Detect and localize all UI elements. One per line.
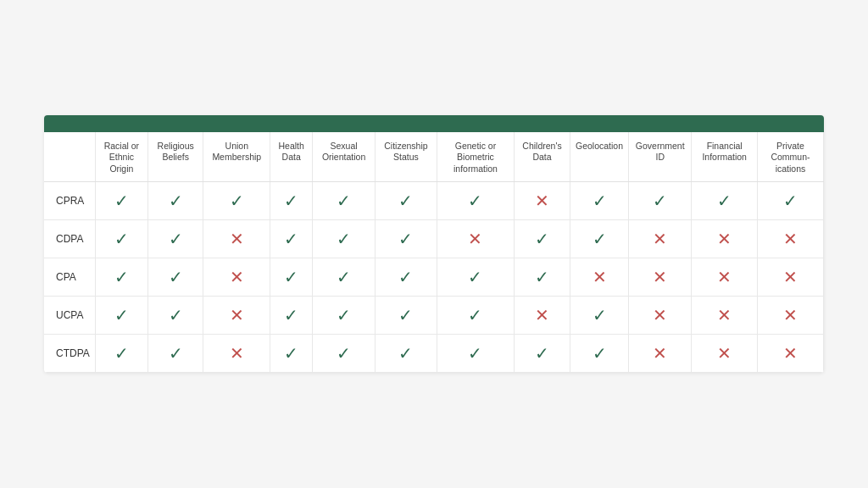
check-cell: ✓: [270, 182, 313, 220]
cross-icon: ✕: [653, 344, 667, 363]
check-cell: ✓: [95, 182, 147, 220]
cross-cell: ✕: [757, 258, 823, 297]
check-cell: ✓: [514, 335, 570, 373]
col-header-9: Government ID: [629, 132, 692, 182]
cross-cell: ✕: [437, 220, 514, 258]
check-cell: ✓: [95, 220, 147, 258]
cross-icon: ✕: [717, 230, 732, 248]
check-icon: ✓: [398, 268, 413, 286]
check-cell: ✓: [437, 297, 514, 335]
cross-cell: ✕: [629, 335, 692, 373]
check-cell: ✓: [375, 335, 437, 373]
check-cell: ✓: [375, 258, 437, 297]
check-icon: ✓: [284, 344, 298, 363]
check-icon: ✓: [653, 191, 667, 210]
check-icon: ✓: [337, 191, 351, 210]
law-column-header: [44, 132, 95, 182]
check-icon: ✓: [535, 344, 549, 363]
check-icon: ✓: [169, 268, 183, 286]
cross-cell: ✕: [757, 297, 823, 335]
col-header-6: Genetic or Biometric information: [437, 132, 514, 182]
cross-cell: ✕: [629, 297, 692, 335]
law-label: CTDPA: [44, 335, 95, 373]
check-cell: ✓: [270, 220, 313, 258]
comparison-table: Racial or Ethnic OriginReligious Beliefs…: [44, 132, 824, 374]
cross-icon: ✕: [230, 344, 244, 363]
cross-icon: ✕: [535, 191, 549, 210]
table-row: CTDPA✓✓✕✓✓✓✓✓✓✕✕✕: [44, 335, 824, 373]
check-icon: ✓: [593, 344, 607, 363]
check-cell: ✓: [375, 220, 437, 258]
table-row: CPA✓✓✕✓✓✓✓✓✕✕✕✕: [44, 258, 824, 297]
check-cell: ✓: [270, 335, 313, 373]
cross-cell: ✕: [203, 258, 270, 297]
cross-cell: ✕: [692, 220, 757, 258]
check-cell: ✓: [570, 220, 629, 258]
cross-cell: ✕: [629, 220, 692, 258]
check-icon: ✓: [535, 230, 549, 248]
check-icon: ✓: [468, 268, 482, 286]
cross-icon: ✕: [717, 344, 732, 363]
check-icon: ✓: [398, 230, 413, 248]
col-header-1: Religious Beliefs: [147, 132, 203, 182]
cross-icon: ✕: [653, 230, 667, 248]
check-cell: ✓: [692, 182, 757, 220]
check-cell: ✓: [147, 335, 203, 373]
col-header-8: Geolocation: [570, 132, 629, 182]
check-icon: ✓: [337, 306, 351, 324]
check-cell: ✓: [437, 335, 514, 373]
check-icon: ✓: [783, 191, 798, 210]
law-label: CPRA: [44, 182, 95, 220]
col-header-3: Health Data: [270, 132, 313, 182]
check-icon: ✓: [114, 344, 129, 363]
check-icon: ✓: [468, 191, 482, 210]
check-icon: ✓: [114, 268, 129, 286]
check-cell: ✓: [629, 182, 692, 220]
check-icon: ✓: [468, 344, 482, 363]
cross-icon: ✕: [653, 268, 667, 286]
cross-cell: ✕: [692, 335, 757, 373]
check-cell: ✓: [375, 297, 437, 335]
check-icon: ✓: [230, 191, 244, 210]
check-icon: ✓: [169, 344, 183, 363]
check-icon: ✓: [114, 306, 129, 324]
table-container: Racial or Ethnic OriginReligious Beliefs…: [44, 115, 824, 374]
check-cell: ✓: [570, 182, 629, 220]
cross-cell: ✕: [692, 258, 757, 297]
check-icon: ✓: [169, 191, 183, 210]
check-cell: ✓: [757, 182, 823, 220]
table-body: CPRA✓✓✓✓✓✓✓✕✓✓✓✓CDPA✓✓✕✓✓✓✕✓✓✕✕✕CPA✓✓✕✓✓…: [44, 182, 824, 373]
col-header-10: Financial Information: [692, 132, 757, 182]
check-cell: ✓: [514, 220, 570, 258]
check-cell: ✓: [514, 258, 570, 297]
check-icon: ✓: [593, 306, 607, 324]
check-icon: ✓: [398, 306, 413, 324]
check-icon: ✓: [593, 230, 607, 248]
check-icon: ✓: [169, 230, 183, 248]
table-row: CPRA✓✓✓✓✓✓✓✕✓✓✓✓: [44, 182, 824, 220]
cross-cell: ✕: [514, 182, 570, 220]
check-icon: ✓: [337, 230, 351, 248]
cross-cell: ✕: [203, 297, 270, 335]
law-label: UCPA: [44, 297, 95, 335]
check-icon: ✓: [284, 306, 298, 324]
cross-icon: ✕: [230, 306, 244, 324]
check-cell: ✓: [437, 258, 514, 297]
check-cell: ✓: [270, 297, 313, 335]
cross-icon: ✕: [230, 268, 244, 286]
check-cell: ✓: [203, 182, 270, 220]
cross-icon: ✕: [230, 230, 244, 248]
check-cell: ✓: [570, 335, 629, 373]
cross-cell: ✕: [757, 220, 823, 258]
check-icon: ✓: [284, 230, 298, 248]
check-cell: ✓: [313, 297, 376, 335]
table-header: [44, 115, 824, 132]
column-headers-row: Racial or Ethnic OriginReligious Beliefs…: [44, 132, 824, 182]
check-icon: ✓: [535, 268, 549, 286]
check-icon: ✓: [717, 191, 732, 210]
check-icon: ✓: [337, 268, 351, 286]
check-cell: ✓: [375, 182, 437, 220]
law-label: CDPA: [44, 220, 95, 258]
check-icon: ✓: [284, 268, 298, 286]
check-icon: ✓: [337, 344, 351, 363]
